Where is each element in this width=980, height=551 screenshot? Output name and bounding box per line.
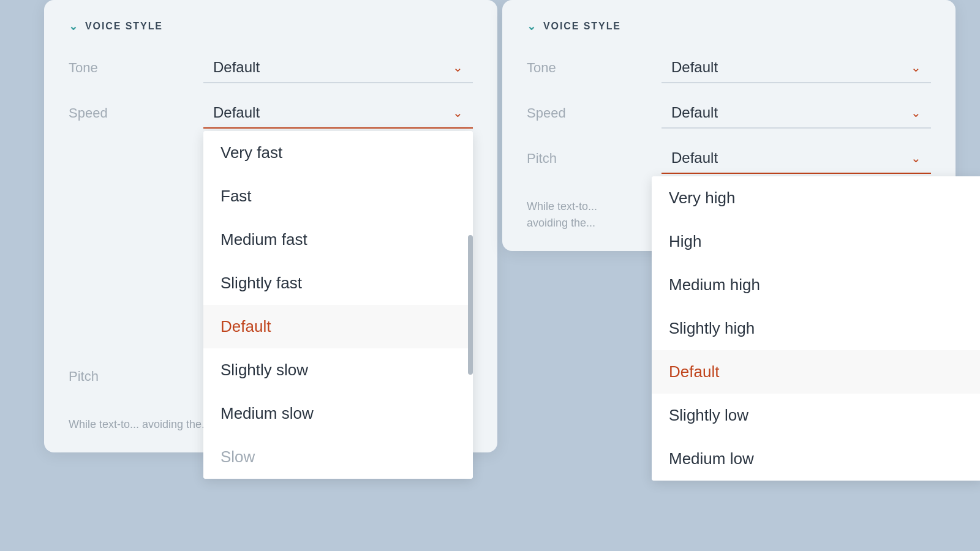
right-pitch-select-wrapper: Default ⌄ Very high High Medium high Sli… bbox=[662, 143, 931, 174]
left-tone-chevron-icon: ⌄ bbox=[453, 60, 463, 75]
left-speed-select-wrapper: Default ⌄ Very fast Fast Medium fast Sli… bbox=[203, 98, 473, 129]
right-pitch-option-medium-high[interactable]: Medium high bbox=[652, 263, 980, 307]
left-speed-option-slightly-fast[interactable]: Slightly fast bbox=[203, 261, 473, 305]
left-section-title: VOICE STYLE bbox=[85, 21, 163, 32]
left-speed-option-fast[interactable]: Fast bbox=[203, 174, 473, 218]
left-speed-option-default[interactable]: Default bbox=[203, 305, 473, 348]
right-pitch-option-high[interactable]: High bbox=[652, 220, 980, 263]
left-speed-option-medium-slow[interactable]: Medium slow bbox=[203, 392, 473, 435]
right-section-header: ⌄ VOICE STYLE bbox=[527, 20, 931, 33]
right-speed-select-wrapper: Default ⌄ bbox=[662, 98, 931, 129]
right-pitch-select[interactable]: Default ⌄ bbox=[662, 143, 931, 174]
right-section-title: VOICE STYLE bbox=[543, 21, 621, 32]
right-pitch-option-slightly-low[interactable]: Slightly low bbox=[652, 394, 980, 437]
right-pitch-option-slightly-high[interactable]: Slightly high bbox=[652, 307, 980, 350]
right-tone-select-wrapper: Default ⌄ bbox=[662, 53, 931, 83]
left-speed-label: Speed bbox=[69, 105, 203, 121]
right-pitch-chevron-icon: ⌄ bbox=[911, 151, 921, 165]
right-speed-value: Default bbox=[671, 104, 718, 121]
left-tone-select[interactable]: Default ⌄ bbox=[203, 53, 473, 83]
left-speed-chevron-icon: ⌄ bbox=[453, 105, 463, 120]
left-speed-value: Default bbox=[213, 104, 260, 121]
left-speed-select[interactable]: Default ⌄ bbox=[203, 98, 473, 129]
right-collapse-icon[interactable]: ⌄ bbox=[527, 20, 536, 33]
right-pitch-option-default[interactable]: Default bbox=[652, 350, 980, 394]
left-tone-label: Tone bbox=[69, 60, 203, 76]
right-pitch-option-medium-low[interactable]: Medium low bbox=[652, 437, 980, 481]
right-pitch-dropdown: Very high High Medium high Slightly high… bbox=[652, 176, 980, 481]
right-pitch-value: Default bbox=[671, 149, 718, 167]
right-pitch-row: Pitch Default ⌄ Very high High Medium hi… bbox=[527, 143, 931, 174]
right-voice-style-panel: ⌄ VOICE STYLE Tone Default ⌄ Speed Defau… bbox=[502, 0, 956, 251]
left-collapse-icon[interactable]: ⌄ bbox=[69, 20, 78, 33]
left-speed-option-medium-fast[interactable]: Medium fast bbox=[203, 218, 473, 261]
left-voice-style-panel: ⌄ VOICE STYLE Tone Default ⌄ Speed Defau… bbox=[44, 0, 497, 452]
right-tone-value: Default bbox=[671, 59, 718, 76]
left-section-header: ⌄ VOICE STYLE bbox=[69, 20, 473, 33]
left-speed-dropdown: Very fast Fast Medium fast Slightly fast… bbox=[203, 131, 473, 479]
left-pitch-label: Pitch bbox=[69, 369, 203, 384]
right-speed-chevron-icon: ⌄ bbox=[911, 105, 921, 120]
left-speed-dropdown-scroll[interactable]: Very fast Fast Medium fast Slightly fast… bbox=[203, 131, 473, 479]
left-tone-select-wrapper: Default ⌄ bbox=[203, 53, 473, 83]
left-tone-value: Default bbox=[213, 59, 260, 76]
right-tone-row: Tone Default ⌄ bbox=[527, 53, 931, 83]
right-tone-label: Tone bbox=[527, 60, 662, 76]
right-speed-select[interactable]: Default ⌄ bbox=[662, 98, 931, 129]
right-speed-label: Speed bbox=[527, 105, 662, 121]
right-tone-chevron-icon: ⌄ bbox=[911, 60, 921, 75]
right-pitch-option-very-high[interactable]: Very high bbox=[652, 176, 980, 220]
right-pitch-label: Pitch bbox=[527, 151, 662, 167]
right-pitch-dropdown-scroll[interactable]: Very high High Medium high Slightly high… bbox=[652, 176, 980, 481]
left-speed-option-slightly-slow[interactable]: Slightly slow bbox=[203, 348, 473, 392]
left-speed-option-very-fast[interactable]: Very fast bbox=[203, 131, 473, 174]
right-speed-row: Speed Default ⌄ bbox=[527, 98, 931, 129]
left-speed-row: Speed Default ⌄ Very fast Fast Medium fa… bbox=[69, 98, 473, 129]
right-tone-select[interactable]: Default ⌄ bbox=[662, 53, 931, 83]
left-speed-option-slow[interactable]: Slow bbox=[203, 435, 473, 479]
left-scrollbar-thumb bbox=[468, 235, 473, 374]
left-tone-row: Tone Default ⌄ bbox=[69, 53, 473, 83]
